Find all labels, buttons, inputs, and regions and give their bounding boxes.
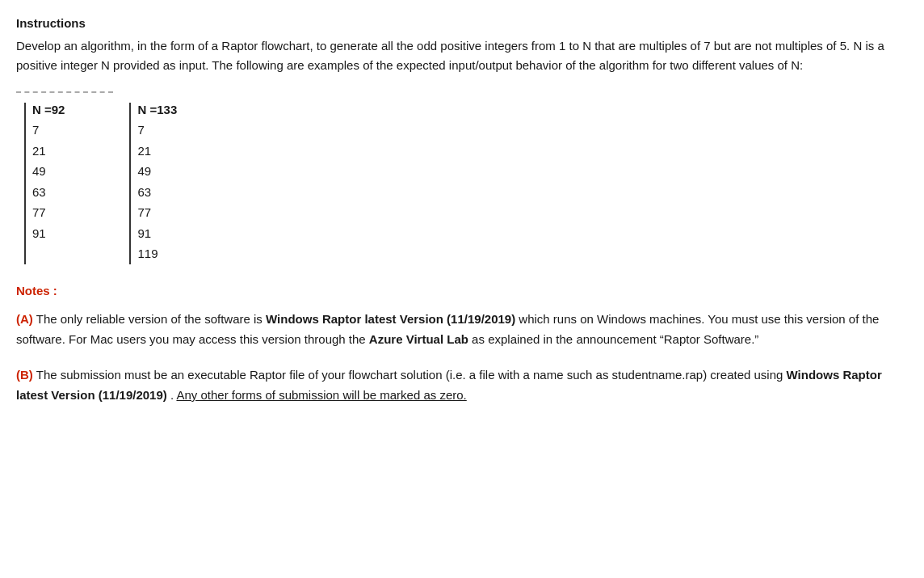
note-a-text3: as explained in the announcement “Raptor… (468, 332, 758, 346)
example-box-2: N =133 7 21 49 63 77 91 119 (129, 103, 177, 264)
note-a-block: (A) The only reliable version of the sof… (16, 309, 908, 350)
example-box-1: N =92 7 21 49 63 77 91 (24, 103, 65, 264)
note-a-text1: The only reliable version of the softwar… (33, 312, 266, 326)
example-1-value-1: 7 (32, 120, 65, 141)
note-a-bold1: Windows Raptor latest Version (11/19/201… (266, 312, 515, 326)
example-1-value-2: 21 (32, 141, 65, 162)
example-1-value-3: 49 (32, 161, 65, 182)
note-b-underline: Any other forms of submission will be ma… (176, 388, 466, 402)
example-2-value-3: 49 (137, 161, 177, 182)
note-b-text2: . (167, 388, 177, 402)
instructions-header: Instructions (16, 16, 908, 30)
example-1-value-4: 63 (32, 182, 65, 203)
example-1-value-5: 77 (32, 202, 65, 223)
intro-text: Develop an algorithm, in the form of a R… (16, 36, 908, 75)
note-b-text1: The submission must be an executable Rap… (33, 368, 787, 382)
examples-container: N =92 7 21 49 63 77 91 N =133 7 21 49 63… (24, 103, 908, 264)
example-2-value-2: 21 (137, 141, 177, 162)
example-2-value-1: 7 (137, 120, 177, 141)
example-1-value-6: 91 (32, 223, 65, 244)
example-2-value-4: 63 (137, 182, 177, 203)
example-2-value-6: 91 (137, 223, 177, 244)
example-1-header: N =92 (32, 103, 65, 116)
notes-label: Notes : (16, 284, 908, 297)
example-2-header: N =133 (137, 103, 177, 116)
example-2-value-5: 77 (137, 202, 177, 223)
note-a-bold2: Azure Virtual Lab (369, 332, 468, 346)
note-a-prefix: (A) (16, 312, 33, 326)
example-2-value-7: 119 (137, 243, 177, 264)
note-b-prefix: (B) (16, 368, 33, 382)
note-b-block: (B) The submission must be an executable… (16, 365, 908, 406)
